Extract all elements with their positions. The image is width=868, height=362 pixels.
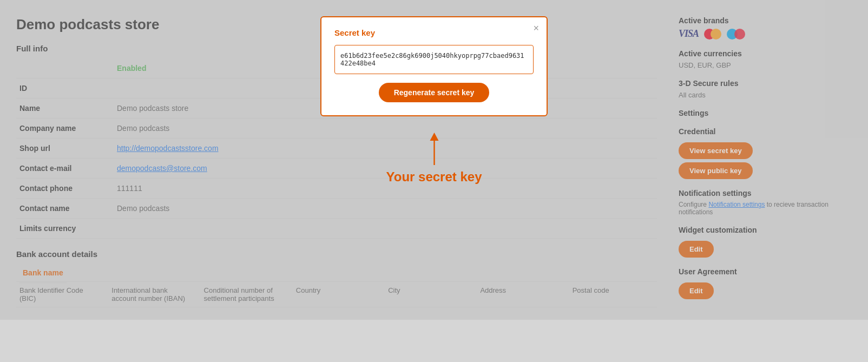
modal-close-button[interactable]: × bbox=[533, 23, 539, 34]
annotation-arrow bbox=[426, 133, 442, 165]
regenerate-secret-key-button[interactable]: Regenerate secret key bbox=[379, 83, 490, 102]
secret-key-modal: Secret key × e61b6d23fee5e2c86gk6900j504… bbox=[320, 16, 548, 116]
secret-key-display: e61b6d23fee5e2c86gk6900j5040hkyoprpg77cb… bbox=[334, 45, 534, 74]
annotation-text: Your secret key bbox=[386, 169, 482, 185]
modal-title: Secret key bbox=[334, 28, 534, 37]
svg-marker-1 bbox=[430, 133, 438, 141]
modal-overlay: Secret key × e61b6d23fee5e2c86gk6900j504… bbox=[0, 0, 868, 320]
